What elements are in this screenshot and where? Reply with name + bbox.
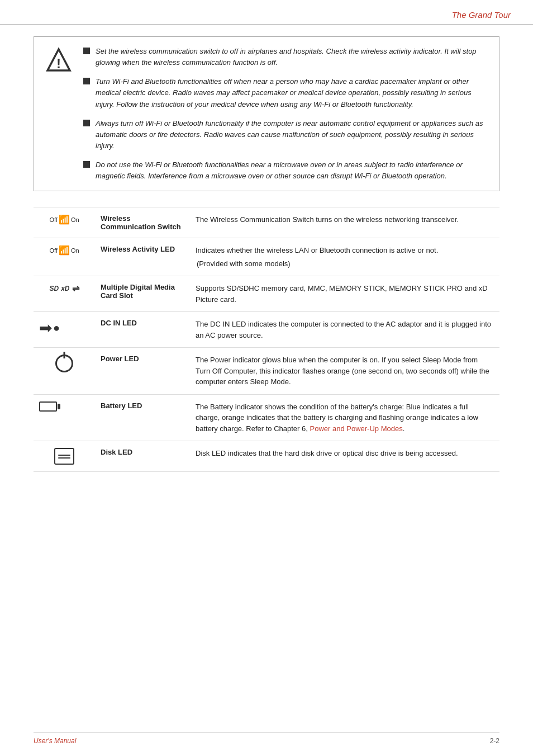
feature-name-sd-slot: Multiple Digital Media Card Slot — [95, 276, 190, 312]
warning-items: Set the wireless communication switch to… — [83, 46, 488, 182]
sd-card-icon: SD xD ⇌ — [39, 283, 89, 294]
icon-cell-disk — [34, 441, 95, 472]
feature-name-power: Power LED — [95, 348, 190, 395]
feature-desc-battery: The Battery indicator shows the conditio… — [190, 394, 499, 441]
page-footer: User's Manual 2-2 — [34, 732, 499, 745]
page-header: The Grand Tour — [0, 0, 533, 25]
warning-item-2: Turn Wi-Fi and Bluetooth functionalities… — [83, 76, 488, 110]
main-content: ! Set the wireless communication switch … — [0, 25, 533, 494]
table-row-battery: Battery LED The Battery indicator shows … — [34, 394, 499, 441]
warning-item-3: Always turn off Wi-Fi or Bluetooth funct… — [83, 118, 488, 152]
warning-item-1: Set the wireless communication switch to… — [83, 46, 488, 68]
icon-cell-power — [34, 348, 95, 395]
svg-text:!: ! — [56, 56, 61, 71]
footer-page-number: 2-2 — [490, 737, 499, 745]
feature-desc-dc-in: The DC IN LED indicates the computer is … — [190, 312, 499, 348]
feature-desc-sd-slot: Supports SD/SDHC memory card, MMC, MEMOR… — [190, 276, 499, 312]
bullet-2 — [83, 78, 90, 84]
feature-name-battery: Battery LED — [95, 394, 190, 441]
warning-box: ! Set the wireless communication switch … — [34, 36, 499, 191]
feature-desc-disk: Disk LED indicates that the hard disk dr… — [190, 441, 499, 472]
icon-cell-sd-slot: SD xD ⇌ — [34, 276, 95, 312]
icon-cell-wifi-switch: Off 📶 On — [34, 207, 95, 238]
table-row-power: Power LED The Power indicator glows blue… — [34, 348, 499, 395]
table-row-sd-slot: SD xD ⇌ Multiple Digital Media Card Slot… — [34, 276, 499, 312]
brand-title: The Grand Tour — [452, 10, 511, 20]
power-icon — [39, 355, 89, 372]
wifi-led-icon: Off 📶 On — [39, 245, 89, 256]
table-row-wifi-led: Off 📶 On Wireless Activity LED Indicates… — [34, 238, 499, 276]
power-modes-link[interactable]: Power and Power-Up Modes — [310, 424, 403, 433]
dc-in-icon: ➡ ● — [39, 319, 89, 337]
disk-icon — [39, 448, 89, 465]
table-row-disk: Disk LED Disk LED indicates that the har… — [34, 441, 499, 472]
battery-icon — [39, 401, 89, 412]
feature-table: Off 📶 On Wireless Communication Switch T… — [34, 207, 499, 472]
icon-cell-dc-in: ➡ ● — [34, 312, 95, 348]
feature-name-disk: Disk LED — [95, 441, 190, 472]
feature-name-dc-in: DC IN LED — [95, 312, 190, 348]
icon-cell-wifi-led: Off 📶 On — [34, 238, 95, 276]
icon-cell-battery — [34, 394, 95, 441]
feature-name-wifi-switch: Wireless Communication Switch — [95, 207, 190, 238]
table-row-dc-in: ➡ ● DC IN LED The DC IN LED indicates th… — [34, 312, 499, 348]
bullet-4 — [83, 161, 90, 168]
warning-icon: ! — [45, 46, 74, 182]
bullet-3 — [83, 120, 90, 126]
bullet-1 — [83, 48, 90, 54]
table-row-wifi-switch: Off 📶 On Wireless Communication Switch T… — [34, 207, 499, 238]
feature-desc-power: The Power indicator glows blue when the … — [190, 348, 499, 395]
feature-name-wifi-led: Wireless Activity LED — [95, 238, 190, 276]
feature-desc-wifi-switch: The Wireless Communication Switch turns … — [190, 207, 499, 238]
feature-desc-wifi-led: Indicates whether the wireless LAN or Bl… — [190, 238, 499, 276]
wifi-switch-icon: Off 📶 On — [39, 214, 89, 225]
footer-manual-label: User's Manual — [34, 737, 76, 745]
warning-item-4: Do not use the Wi-Fi or Bluetooth functi… — [83, 159, 488, 182]
